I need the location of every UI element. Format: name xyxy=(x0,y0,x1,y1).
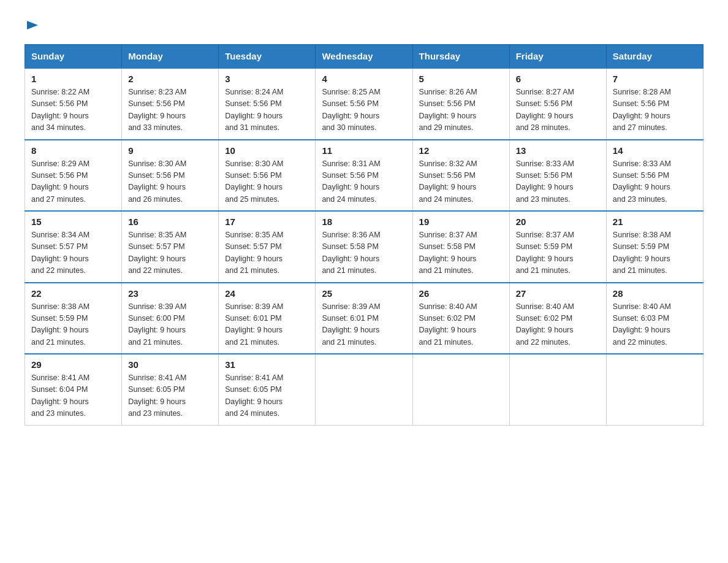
calendar-cell: 18 Sunrise: 8:36 AMSunset: 5:58 PMDaylig… xyxy=(316,211,412,283)
weekday-header-saturday: Saturday xyxy=(606,45,703,69)
page-header xyxy=(25,18,703,32)
day-info: Sunrise: 8:37 AMSunset: 5:59 PMDaylight:… xyxy=(516,231,574,275)
calendar-cell: 21 Sunrise: 8:38 AMSunset: 5:59 PMDaylig… xyxy=(606,211,703,283)
calendar-cell xyxy=(316,354,412,425)
calendar-cell: 1 Sunrise: 8:22 AMSunset: 5:56 PMDayligh… xyxy=(25,68,122,140)
calendar-cell: 30 Sunrise: 8:41 AMSunset: 6:05 PMDaylig… xyxy=(122,354,219,425)
day-info: Sunrise: 8:41 AMSunset: 6:05 PMDaylight:… xyxy=(128,373,186,418)
day-info: Sunrise: 8:28 AMSunset: 5:56 PMDaylight:… xyxy=(613,88,671,132)
day-number: 14 xyxy=(613,145,697,156)
calendar-cell: 22 Sunrise: 8:38 AMSunset: 5:59 PMDaylig… xyxy=(25,283,122,354)
calendar-cell: 17 Sunrise: 8:35 AMSunset: 5:57 PMDaylig… xyxy=(219,211,316,283)
logo-arrow-icon xyxy=(26,18,39,32)
calendar-week-1: 1 Sunrise: 8:22 AMSunset: 5:56 PMDayligh… xyxy=(25,68,703,140)
day-info: Sunrise: 8:22 AMSunset: 5:56 PMDaylight:… xyxy=(31,88,89,132)
day-number: 22 xyxy=(31,288,115,299)
day-info: Sunrise: 8:30 AMSunset: 5:56 PMDaylight:… xyxy=(225,159,283,204)
day-info: Sunrise: 8:39 AMSunset: 6:01 PMDaylight:… xyxy=(322,302,380,347)
calendar-cell: 6 Sunrise: 8:27 AMSunset: 5:56 PMDayligh… xyxy=(509,68,606,140)
day-info: Sunrise: 8:35 AMSunset: 5:57 PMDaylight:… xyxy=(128,231,186,275)
day-number: 8 xyxy=(31,145,115,156)
weekday-header-thursday: Thursday xyxy=(412,45,509,69)
weekday-header-friday: Friday xyxy=(509,45,606,69)
calendar-cell: 19 Sunrise: 8:37 AMSunset: 5:58 PMDaylig… xyxy=(412,211,509,283)
calendar-cell xyxy=(509,354,606,425)
day-number: 18 xyxy=(322,216,406,227)
day-info: Sunrise: 8:38 AMSunset: 5:59 PMDaylight:… xyxy=(31,302,89,347)
calendar-cell: 23 Sunrise: 8:39 AMSunset: 6:00 PMDaylig… xyxy=(122,283,219,354)
weekday-header-monday: Monday xyxy=(122,45,219,69)
calendar-header: SundayMondayTuesdayWednesdayThursdayFrid… xyxy=(25,45,703,69)
day-number: 12 xyxy=(419,145,503,156)
day-number: 20 xyxy=(516,216,600,227)
day-number: 7 xyxy=(613,74,697,84)
weekday-header-wednesday: Wednesday xyxy=(316,45,412,69)
day-number: 24 xyxy=(225,288,309,299)
day-info: Sunrise: 8:30 AMSunset: 5:56 PMDaylight:… xyxy=(128,159,186,204)
day-info: Sunrise: 8:32 AMSunset: 5:56 PMDaylight:… xyxy=(419,159,477,204)
day-info: Sunrise: 8:39 AMSunset: 6:00 PMDaylight:… xyxy=(128,302,186,347)
day-info: Sunrise: 8:31 AMSunset: 5:56 PMDaylight:… xyxy=(322,159,380,204)
calendar-cell: 9 Sunrise: 8:30 AMSunset: 5:56 PMDayligh… xyxy=(122,140,219,212)
calendar-cell xyxy=(412,354,509,425)
day-info: Sunrise: 8:26 AMSunset: 5:56 PMDaylight:… xyxy=(419,88,477,132)
calendar-cell: 14 Sunrise: 8:33 AMSunset: 5:56 PMDaylig… xyxy=(606,140,703,212)
day-info: Sunrise: 8:40 AMSunset: 6:02 PMDaylight:… xyxy=(516,302,574,347)
day-number: 10 xyxy=(225,145,309,156)
calendar-cell: 2 Sunrise: 8:23 AMSunset: 5:56 PMDayligh… xyxy=(122,68,219,140)
calendar-table: SundayMondayTuesdayWednesdayThursdayFrid… xyxy=(25,44,703,426)
day-number: 29 xyxy=(31,359,115,370)
calendar-cell: 3 Sunrise: 8:24 AMSunset: 5:56 PMDayligh… xyxy=(219,68,316,140)
day-info: Sunrise: 8:40 AMSunset: 6:02 PMDaylight:… xyxy=(419,302,477,347)
day-number: 15 xyxy=(31,216,115,227)
day-number: 3 xyxy=(225,74,309,84)
day-number: 4 xyxy=(322,74,406,84)
calendar-cell: 15 Sunrise: 8:34 AMSunset: 5:57 PMDaylig… xyxy=(25,211,122,283)
calendar-week-4: 22 Sunrise: 8:38 AMSunset: 5:59 PMDaylig… xyxy=(25,283,703,354)
day-number: 13 xyxy=(516,145,600,156)
day-number: 23 xyxy=(128,288,212,299)
day-info: Sunrise: 8:41 AMSunset: 6:04 PMDaylight:… xyxy=(31,373,89,418)
day-info: Sunrise: 8:23 AMSunset: 5:56 PMDaylight:… xyxy=(128,88,186,132)
day-number: 11 xyxy=(322,145,406,156)
weekday-header-tuesday: Tuesday xyxy=(219,45,316,69)
calendar-cell: 29 Sunrise: 8:41 AMSunset: 6:04 PMDaylig… xyxy=(25,354,122,425)
calendar-cell: 11 Sunrise: 8:31 AMSunset: 5:56 PMDaylig… xyxy=(316,140,412,212)
calendar-cell: 31 Sunrise: 8:41 AMSunset: 6:05 PMDaylig… xyxy=(219,354,316,425)
weekday-header-sunday: Sunday xyxy=(25,45,122,69)
calendar-week-3: 15 Sunrise: 8:34 AMSunset: 5:57 PMDaylig… xyxy=(25,211,703,283)
calendar-cell: 5 Sunrise: 8:26 AMSunset: 5:56 PMDayligh… xyxy=(412,68,509,140)
svg-marker-0 xyxy=(27,21,38,29)
calendar-cell xyxy=(606,354,703,425)
day-number: 2 xyxy=(128,74,212,84)
day-number: 28 xyxy=(613,288,697,299)
calendar-cell: 4 Sunrise: 8:25 AMSunset: 5:56 PMDayligh… xyxy=(316,68,412,140)
day-number: 16 xyxy=(128,216,212,227)
day-info: Sunrise: 8:37 AMSunset: 5:58 PMDaylight:… xyxy=(419,231,477,275)
calendar-cell: 20 Sunrise: 8:37 AMSunset: 5:59 PMDaylig… xyxy=(509,211,606,283)
calendar-cell: 8 Sunrise: 8:29 AMSunset: 5:56 PMDayligh… xyxy=(25,140,122,212)
day-info: Sunrise: 8:41 AMSunset: 6:05 PMDaylight:… xyxy=(225,373,283,418)
calendar-cell: 28 Sunrise: 8:40 AMSunset: 6:03 PMDaylig… xyxy=(606,283,703,354)
day-number: 27 xyxy=(516,288,600,299)
calendar-cell: 27 Sunrise: 8:40 AMSunset: 6:02 PMDaylig… xyxy=(509,283,606,354)
day-number: 30 xyxy=(128,359,212,370)
day-info: Sunrise: 8:38 AMSunset: 5:59 PMDaylight:… xyxy=(613,231,671,275)
day-number: 6 xyxy=(516,74,600,84)
day-info: Sunrise: 8:33 AMSunset: 5:56 PMDaylight:… xyxy=(516,159,574,204)
calendar-cell: 26 Sunrise: 8:40 AMSunset: 6:02 PMDaylig… xyxy=(412,283,509,354)
day-number: 25 xyxy=(322,288,406,299)
calendar-cell: 10 Sunrise: 8:30 AMSunset: 5:56 PMDaylig… xyxy=(219,140,316,212)
day-info: Sunrise: 8:33 AMSunset: 5:56 PMDaylight:… xyxy=(613,159,671,204)
day-info: Sunrise: 8:29 AMSunset: 5:56 PMDaylight:… xyxy=(31,159,89,204)
calendar-week-2: 8 Sunrise: 8:29 AMSunset: 5:56 PMDayligh… xyxy=(25,140,703,212)
day-info: Sunrise: 8:35 AMSunset: 5:57 PMDaylight:… xyxy=(225,231,283,275)
day-info: Sunrise: 8:27 AMSunset: 5:56 PMDaylight:… xyxy=(516,88,574,132)
calendar-cell: 12 Sunrise: 8:32 AMSunset: 5:56 PMDaylig… xyxy=(412,140,509,212)
calendar-cell: 16 Sunrise: 8:35 AMSunset: 5:57 PMDaylig… xyxy=(122,211,219,283)
calendar-week-5: 29 Sunrise: 8:41 AMSunset: 6:04 PMDaylig… xyxy=(25,354,703,425)
day-number: 9 xyxy=(128,145,212,156)
day-number: 21 xyxy=(613,216,697,227)
day-info: Sunrise: 8:34 AMSunset: 5:57 PMDaylight:… xyxy=(31,231,89,275)
day-number: 31 xyxy=(225,359,309,370)
